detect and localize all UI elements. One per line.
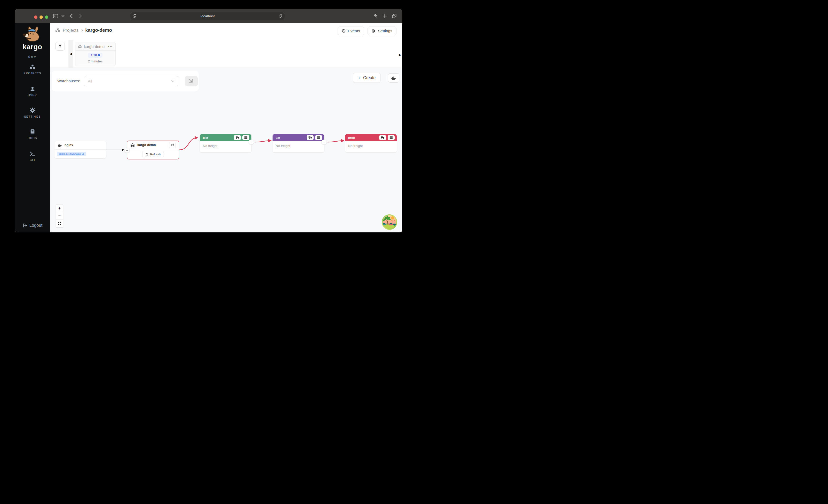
freight-card-name: kargo-demo xyxy=(84,44,106,49)
warehouses-select[interactable]: All xyxy=(84,76,178,86)
filter-button[interactable] xyxy=(55,42,65,51)
menu-icon xyxy=(244,136,248,139)
image-repo-link[interactable]: public.ecr.aws/nginx xyxy=(57,152,86,156)
environment-label: dev xyxy=(15,54,50,58)
stage-node-test[interactable]: test No freight − xyxy=(200,134,251,152)
sidebar-item-user[interactable]: USER xyxy=(15,86,50,97)
fit-view-button[interactable] xyxy=(56,220,63,227)
stage-node-prod[interactable]: prod No freight xyxy=(345,134,397,152)
stage-title: prod xyxy=(348,136,378,139)
sidebar: kargo dev PROJECTS USER SETTINGS xyxy=(15,23,50,232)
forward-icon[interactable] xyxy=(79,13,82,19)
breadcrumb-separator: > xyxy=(81,28,83,33)
sidebar-item-projects[interactable]: PROJECTS xyxy=(15,64,50,75)
boxes-icon xyxy=(55,28,60,33)
zoom-in-button[interactable]: + xyxy=(56,205,63,212)
images-docker-button[interactable] xyxy=(388,73,399,83)
stage-menu-button[interactable] xyxy=(388,135,395,140)
refresh-label: Refresh xyxy=(150,153,161,156)
external-link-icon xyxy=(171,143,174,146)
stage-menu-button[interactable] xyxy=(315,135,322,140)
gear-icon xyxy=(30,107,35,113)
island-badge[interactable] xyxy=(381,214,398,230)
connection-handle[interactable]: − xyxy=(249,140,254,145)
image-repo-url: public.ecr.aws/nginx xyxy=(59,152,81,155)
docker-icon xyxy=(57,143,62,147)
stage-freight-status: No freight xyxy=(200,141,251,151)
book-icon xyxy=(30,129,35,135)
address-bar[interactable]: localhost xyxy=(130,12,285,20)
tab-overview-icon[interactable] xyxy=(392,13,397,19)
warehouse-icon xyxy=(130,143,135,147)
refresh-warehouse-button[interactable]: Refresh xyxy=(142,151,164,157)
warehouses-select-value: All xyxy=(88,79,171,83)
warehouses-panel: Warehouses: All xyxy=(52,71,199,92)
stage-node-uat[interactable]: uat No freight − xyxy=(273,134,324,152)
truck-icon xyxy=(381,136,384,139)
stage-freight-status: No freight xyxy=(273,141,324,151)
main-content: Projects > kargo-demo Events xyxy=(50,23,402,232)
timeline-rail: ◀ xyxy=(69,40,73,67)
warehouse-node[interactable]: kargo-demo Refresh xyxy=(127,141,179,159)
zoom-out-button[interactable]: − xyxy=(56,212,63,220)
menu-icon xyxy=(389,136,393,139)
stage-menu-button[interactable] xyxy=(242,135,249,140)
sidebar-item-settings[interactable]: SETTINGS xyxy=(15,107,50,118)
stage-title: test xyxy=(203,136,232,139)
logout-label: Logout xyxy=(30,223,42,228)
pipeline-canvas[interactable]: Warehouses: All + Create xyxy=(50,68,402,232)
events-button[interactable]: Events xyxy=(338,27,364,35)
connection-handle[interactable]: − xyxy=(321,140,327,145)
person-icon xyxy=(30,86,35,92)
back-icon[interactable] xyxy=(70,13,73,19)
settings-button[interactable]: Settings xyxy=(368,27,397,35)
freight-timeline: ◀ kargo-demo ··· 1.28.0 2 minutes ▶ xyxy=(50,40,402,68)
breadcrumb: Projects > kargo-demo xyxy=(55,28,112,33)
scroll-left-icon[interactable]: ◀ xyxy=(70,52,72,56)
plus-icon: + xyxy=(358,75,361,81)
refresh-icon xyxy=(146,153,149,156)
minimize-window-button[interactable] xyxy=(40,15,43,19)
island-icon xyxy=(381,214,398,230)
freight-truck-button[interactable] xyxy=(234,135,241,140)
events-label: Events xyxy=(348,29,360,33)
freight-version-pill[interactable]: 1.28.0 xyxy=(88,53,103,58)
freight-truck-button[interactable] xyxy=(379,135,386,140)
scroll-right-icon[interactable]: ▶ xyxy=(399,53,401,57)
stamp-image-button[interactable] xyxy=(185,76,198,86)
logout-button[interactable]: Logout xyxy=(15,223,50,228)
menu-icon xyxy=(317,136,320,139)
edge-test-uat xyxy=(255,141,271,142)
freight-card[interactable]: kargo-demo ··· 1.28.0 2 minutes xyxy=(75,42,116,66)
zoom-window-button[interactable] xyxy=(45,15,48,19)
reader-page-icon[interactable] xyxy=(133,14,137,18)
sidebar-item-docs[interactable]: DOCS xyxy=(15,129,50,140)
sidebar-item-cli[interactable]: CLI xyxy=(15,151,50,162)
fullscreen-icon xyxy=(58,222,61,225)
connection-handle[interactable]: − xyxy=(124,148,130,153)
brand-name: kargo xyxy=(15,43,50,51)
repo-node-title: nginx xyxy=(65,143,73,147)
ellipsis-menu-icon[interactable]: ··· xyxy=(108,44,113,49)
warehouse-node-title: kargo-demo xyxy=(137,143,156,147)
sidebar-toggle-icon[interactable] xyxy=(53,13,58,19)
brand-block[interactable]: kargo dev xyxy=(15,26,50,58)
new-tab-icon[interactable] xyxy=(382,13,387,19)
warehouse-icon xyxy=(78,45,82,48)
sidebar-item-label: CLI xyxy=(30,158,35,162)
chevron-down-icon xyxy=(171,80,174,82)
open-warehouse-button[interactable] xyxy=(169,142,176,148)
freight-age: 2 minutes xyxy=(75,59,115,63)
browser-chrome: localhost xyxy=(15,9,402,23)
chevron-down-icon[interactable] xyxy=(61,13,65,19)
breadcrumb-projects-link[interactable]: Projects xyxy=(63,28,78,33)
truck-icon xyxy=(236,136,239,139)
close-window-button[interactable] xyxy=(34,15,37,19)
repo-node-nginx[interactable]: nginx public.ecr.aws/nginx xyxy=(54,141,106,158)
share-icon[interactable] xyxy=(373,13,378,19)
zoom-controls: + − xyxy=(56,204,63,228)
freight-truck-button[interactable] xyxy=(306,135,314,140)
reload-icon[interactable] xyxy=(279,14,282,18)
create-button[interactable]: + Create xyxy=(353,73,380,83)
page-header: Projects > kargo-demo Events xyxy=(50,23,402,40)
